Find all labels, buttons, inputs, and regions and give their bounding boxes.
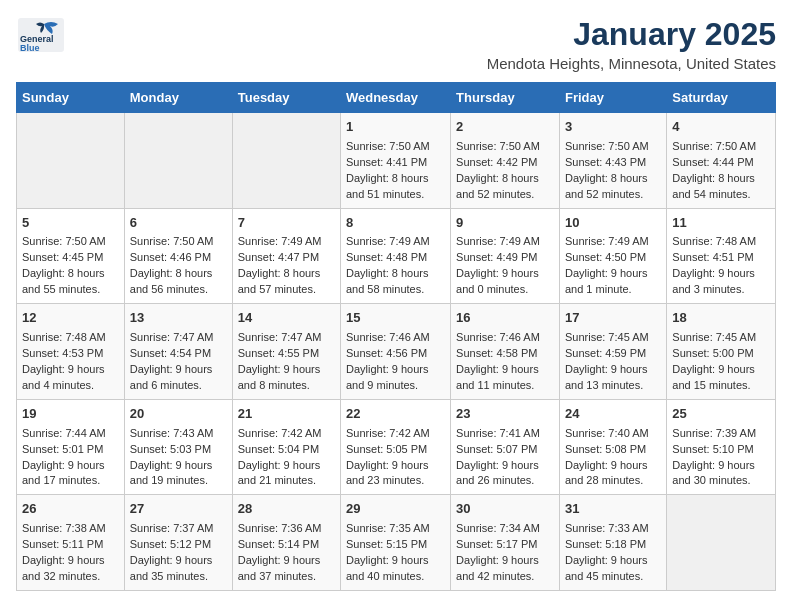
title-block: January 2025 Mendota Heights, Minnesota,… bbox=[487, 16, 776, 72]
day-info-line: Sunrise: 7:38 AM bbox=[22, 521, 119, 537]
day-info-line: Sunset: 5:18 PM bbox=[565, 537, 661, 553]
day-info-line: Sunrise: 7:47 AM bbox=[238, 330, 335, 346]
calendar-day-16: 16Sunrise: 7:46 AMSunset: 4:58 PMDayligh… bbox=[451, 304, 560, 400]
day-number: 20 bbox=[130, 405, 227, 424]
day-info-line: Daylight: 9 hours and 1 minute. bbox=[565, 266, 661, 298]
calendar-day-8: 8Sunrise: 7:49 AMSunset: 4:48 PMDaylight… bbox=[340, 208, 450, 304]
day-number: 13 bbox=[130, 309, 227, 328]
day-info-line: Sunrise: 7:34 AM bbox=[456, 521, 554, 537]
day-number: 1 bbox=[346, 118, 445, 137]
day-info-line: Sunset: 5:14 PM bbox=[238, 537, 335, 553]
day-number: 11 bbox=[672, 214, 770, 233]
day-info-line: Sunrise: 7:48 AM bbox=[672, 234, 770, 250]
day-info-line: Sunrise: 7:35 AM bbox=[346, 521, 445, 537]
calendar-week-row: 5Sunrise: 7:50 AMSunset: 4:45 PMDaylight… bbox=[17, 208, 776, 304]
day-info-line: Sunset: 4:48 PM bbox=[346, 250, 445, 266]
day-info-line: Sunrise: 7:42 AM bbox=[346, 426, 445, 442]
calendar-day-3: 3Sunrise: 7:50 AMSunset: 4:43 PMDaylight… bbox=[559, 113, 666, 209]
day-number: 8 bbox=[346, 214, 445, 233]
day-info-line: Daylight: 8 hours and 52 minutes. bbox=[456, 171, 554, 203]
day-info-line: Sunset: 5:17 PM bbox=[456, 537, 554, 553]
location-title: Mendota Heights, Minnesota, United State… bbox=[487, 55, 776, 72]
calendar-week-row: 26Sunrise: 7:38 AMSunset: 5:11 PMDayligh… bbox=[17, 495, 776, 591]
weekday-header-thursday: Thursday bbox=[451, 83, 560, 113]
day-info-line: Sunrise: 7:41 AM bbox=[456, 426, 554, 442]
day-number: 3 bbox=[565, 118, 661, 137]
day-number: 28 bbox=[238, 500, 335, 519]
day-info-line: Daylight: 8 hours and 57 minutes. bbox=[238, 266, 335, 298]
day-info-line: Daylight: 9 hours and 8 minutes. bbox=[238, 362, 335, 394]
calendar-table: SundayMondayTuesdayWednesdayThursdayFrid… bbox=[16, 82, 776, 591]
calendar-empty-cell bbox=[124, 113, 232, 209]
day-number: 5 bbox=[22, 214, 119, 233]
day-number: 10 bbox=[565, 214, 661, 233]
calendar-day-4: 4Sunrise: 7:50 AMSunset: 4:44 PMDaylight… bbox=[667, 113, 776, 209]
calendar-day-19: 19Sunrise: 7:44 AMSunset: 5:01 PMDayligh… bbox=[17, 399, 125, 495]
day-info-line: Daylight: 9 hours and 4 minutes. bbox=[22, 362, 119, 394]
day-info-line: Daylight: 9 hours and 19 minutes. bbox=[130, 458, 227, 490]
weekday-header-tuesday: Tuesday bbox=[232, 83, 340, 113]
day-number: 17 bbox=[565, 309, 661, 328]
calendar-week-row: 1Sunrise: 7:50 AMSunset: 4:41 PMDaylight… bbox=[17, 113, 776, 209]
day-info-line: Daylight: 9 hours and 11 minutes. bbox=[456, 362, 554, 394]
day-number: 31 bbox=[565, 500, 661, 519]
day-info-line: Daylight: 9 hours and 35 minutes. bbox=[130, 553, 227, 585]
calendar-day-20: 20Sunrise: 7:43 AMSunset: 5:03 PMDayligh… bbox=[124, 399, 232, 495]
day-info-line: Sunrise: 7:47 AM bbox=[130, 330, 227, 346]
calendar-day-23: 23Sunrise: 7:41 AMSunset: 5:07 PMDayligh… bbox=[451, 399, 560, 495]
calendar-day-22: 22Sunrise: 7:42 AMSunset: 5:05 PMDayligh… bbox=[340, 399, 450, 495]
calendar-day-25: 25Sunrise: 7:39 AMSunset: 5:10 PMDayligh… bbox=[667, 399, 776, 495]
day-info-line: Daylight: 9 hours and 40 minutes. bbox=[346, 553, 445, 585]
day-info-line: Sunrise: 7:46 AM bbox=[346, 330, 445, 346]
day-number: 6 bbox=[130, 214, 227, 233]
day-number: 21 bbox=[238, 405, 335, 424]
day-info-line: Sunset: 5:11 PM bbox=[22, 537, 119, 553]
day-info-line: Daylight: 9 hours and 42 minutes. bbox=[456, 553, 554, 585]
day-info-line: Daylight: 9 hours and 13 minutes. bbox=[565, 362, 661, 394]
day-info-line: Sunrise: 7:39 AM bbox=[672, 426, 770, 442]
day-info-line: Sunset: 5:10 PM bbox=[672, 442, 770, 458]
day-info-line: Sunrise: 7:42 AM bbox=[238, 426, 335, 442]
day-info-line: Daylight: 9 hours and 15 minutes. bbox=[672, 362, 770, 394]
day-info-line: Sunrise: 7:45 AM bbox=[565, 330, 661, 346]
day-info-line: Sunset: 5:07 PM bbox=[456, 442, 554, 458]
day-info-line: Daylight: 8 hours and 58 minutes. bbox=[346, 266, 445, 298]
day-info-line: Sunrise: 7:50 AM bbox=[346, 139, 445, 155]
day-info-line: Sunset: 5:12 PM bbox=[130, 537, 227, 553]
day-info-line: Daylight: 9 hours and 9 minutes. bbox=[346, 362, 445, 394]
day-info-line: Sunrise: 7:50 AM bbox=[672, 139, 770, 155]
day-info-line: Sunrise: 7:48 AM bbox=[22, 330, 119, 346]
calendar-day-29: 29Sunrise: 7:35 AMSunset: 5:15 PMDayligh… bbox=[340, 495, 450, 591]
day-number: 27 bbox=[130, 500, 227, 519]
day-info-line: Sunset: 4:55 PM bbox=[238, 346, 335, 362]
day-info-line: Sunrise: 7:33 AM bbox=[565, 521, 661, 537]
day-number: 2 bbox=[456, 118, 554, 137]
day-info-line: Sunrise: 7:50 AM bbox=[22, 234, 119, 250]
day-info-line: Daylight: 9 hours and 32 minutes. bbox=[22, 553, 119, 585]
day-info-line: Sunset: 5:01 PM bbox=[22, 442, 119, 458]
day-info-line: Sunset: 4:46 PM bbox=[130, 250, 227, 266]
day-info-line: Daylight: 9 hours and 23 minutes. bbox=[346, 458, 445, 490]
day-info-line: Daylight: 9 hours and 6 minutes. bbox=[130, 362, 227, 394]
calendar-day-31: 31Sunrise: 7:33 AMSunset: 5:18 PMDayligh… bbox=[559, 495, 666, 591]
calendar-day-17: 17Sunrise: 7:45 AMSunset: 4:59 PMDayligh… bbox=[559, 304, 666, 400]
day-info-line: Daylight: 9 hours and 21 minutes. bbox=[238, 458, 335, 490]
calendar-day-12: 12Sunrise: 7:48 AMSunset: 4:53 PMDayligh… bbox=[17, 304, 125, 400]
day-number: 18 bbox=[672, 309, 770, 328]
day-info-line: Sunset: 5:15 PM bbox=[346, 537, 445, 553]
day-number: 30 bbox=[456, 500, 554, 519]
day-info-line: Daylight: 8 hours and 52 minutes. bbox=[565, 171, 661, 203]
calendar-day-14: 14Sunrise: 7:47 AMSunset: 4:55 PMDayligh… bbox=[232, 304, 340, 400]
calendar-day-11: 11Sunrise: 7:48 AMSunset: 4:51 PMDayligh… bbox=[667, 208, 776, 304]
svg-text:Blue: Blue bbox=[20, 43, 40, 53]
day-info-line: Sunset: 4:59 PM bbox=[565, 346, 661, 362]
day-info-line: Sunrise: 7:49 AM bbox=[238, 234, 335, 250]
day-number: 23 bbox=[456, 405, 554, 424]
day-info-line: Sunset: 4:56 PM bbox=[346, 346, 445, 362]
day-info-line: Daylight: 9 hours and 28 minutes. bbox=[565, 458, 661, 490]
day-info-line: Sunset: 4:43 PM bbox=[565, 155, 661, 171]
day-info-line: Sunset: 4:50 PM bbox=[565, 250, 661, 266]
calendar-day-30: 30Sunrise: 7:34 AMSunset: 5:17 PMDayligh… bbox=[451, 495, 560, 591]
day-info-line: Sunset: 4:51 PM bbox=[672, 250, 770, 266]
day-info-line: Sunset: 4:49 PM bbox=[456, 250, 554, 266]
